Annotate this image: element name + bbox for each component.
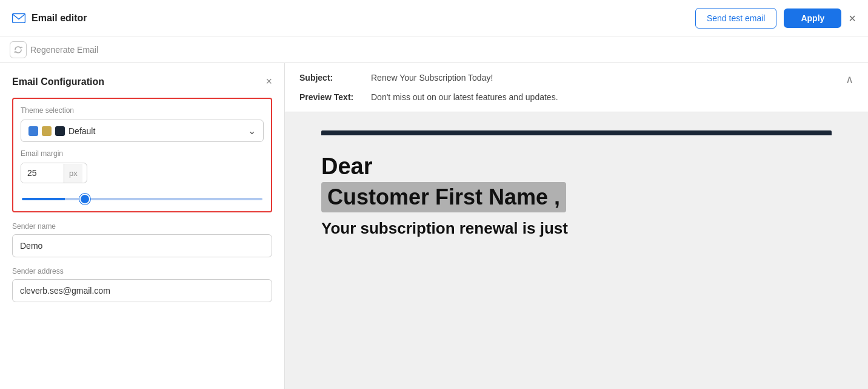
- email-body-content: Dear Customer First Name , Your subscrip…: [285, 135, 868, 251]
- header-left: Email editor: [12, 13, 87, 24]
- margin-label: Email margin: [21, 149, 264, 158]
- email-meta: Subject: Renew Your Subscription Today! …: [285, 63, 868, 112]
- chevron-down-icon: ⌄: [248, 125, 256, 137]
- sender-address-group: Sender address: [12, 267, 272, 302]
- theme-name: Default: [68, 126, 95, 136]
- preview-text-label: Preview Text:: [299, 92, 366, 102]
- margin-input[interactable]: [21, 163, 64, 183]
- email-subscription-text: Your subscription renewal is just: [321, 218, 832, 239]
- right-panel: Subject: Renew Your Subscription Today! …: [285, 63, 868, 389]
- sender-name-group: Sender name: [12, 222, 272, 257]
- email-icon: [12, 13, 25, 23]
- preview-text-row: Preview Text: Don't miss out on our late…: [299, 92, 853, 102]
- sender-address-input[interactable]: [12, 279, 272, 302]
- email-preview: Dear Customer First Name , Your subscrip…: [285, 112, 868, 389]
- collapse-button[interactable]: ∧: [846, 73, 853, 86]
- regenerate-icon: [10, 41, 27, 58]
- panel-header: Email Configuration ×: [12, 75, 272, 88]
- theme-section: Theme selection Default ⌄ Email margin p…: [12, 98, 272, 212]
- sub-toolbar: Regenerate Email: [0, 36, 868, 63]
- margin-input-row: px: [21, 163, 87, 183]
- subject-label: Subject:: [299, 73, 366, 83]
- header: Email editor Send test email Apply ×: [0, 0, 868, 36]
- email-top-bar: [321, 130, 832, 135]
- regenerate-email-button[interactable]: Regenerate Email: [10, 41, 98, 58]
- margin-slider[interactable]: [22, 198, 262, 200]
- panel-title: Email Configuration: [12, 76, 104, 87]
- sender-name-label: Sender name: [12, 222, 272, 231]
- theme-color-1: [28, 126, 38, 136]
- margin-unit: px: [64, 164, 82, 183]
- header-right: Send test email Apply ×: [695, 8, 856, 29]
- email-greeting: Dear: [321, 154, 832, 180]
- regenerate-label: Regenerate Email: [30, 45, 98, 55]
- sender-address-label: Sender address: [12, 267, 272, 276]
- preview-text-value: Don't miss out on our latest features an…: [371, 92, 853, 102]
- main-content: Email Configuration × Theme selection De…: [0, 63, 868, 389]
- close-header-button[interactable]: ×: [849, 12, 856, 24]
- theme-selection-label: Theme selection: [21, 106, 264, 115]
- email-customer-name: Customer First Name ,: [321, 182, 566, 212]
- theme-color-3: [55, 126, 65, 136]
- theme-dropdown[interactable]: Default ⌄: [21, 120, 264, 142]
- email-preview-inner: Dear Customer First Name , Your subscrip…: [285, 130, 868, 251]
- theme-color-2: [42, 126, 52, 136]
- left-panel: Email Configuration × Theme selection De…: [0, 63, 285, 389]
- slider-container: [21, 189, 264, 204]
- subject-value: Renew Your Subscription Today!: [371, 73, 841, 83]
- send-test-email-button[interactable]: Send test email: [695, 8, 777, 29]
- header-title: Email editor: [32, 13, 87, 24]
- theme-dropdown-left: Default: [28, 126, 95, 136]
- sender-name-input[interactable]: [12, 234, 272, 257]
- apply-button[interactable]: Apply: [784, 8, 841, 28]
- subject-row: Subject: Renew Your Subscription Today! …: [299, 73, 853, 86]
- panel-close-button[interactable]: ×: [265, 75, 272, 88]
